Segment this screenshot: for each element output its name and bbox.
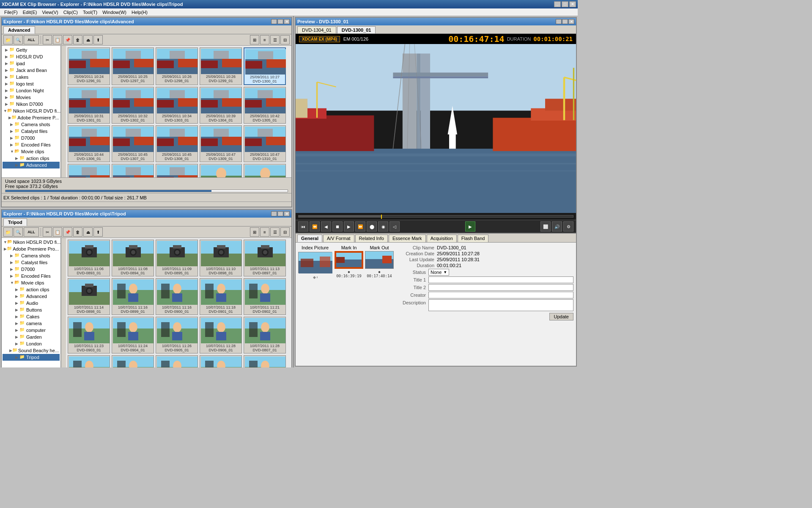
tree-item-ipad[interactable]: ▶📁ipad bbox=[3, 60, 60, 67]
menu-view[interactable]: View(V) bbox=[39, 9, 60, 15]
tb-copy-icon[interactable]: 📋 bbox=[53, 35, 62, 44]
tb-upload-icon[interactable]: ⬆ bbox=[93, 35, 103, 44]
tb2-search-icon[interactable]: 🔍 bbox=[14, 227, 23, 237]
thumb-item[interactable]: 10/07/2011 11:26 DVD-0905_01 bbox=[156, 317, 198, 353]
tb-paste-icon[interactable]: 📌 bbox=[63, 35, 72, 44]
thumb-item[interactable]: 10/07/2011 11:18 DVD-0901_01 bbox=[200, 278, 242, 315]
thumb-item[interactable]: 25/09/2011 10:44 DVD-1306_01 bbox=[68, 125, 110, 162]
tb-cut-icon[interactable]: ✂ bbox=[43, 35, 52, 44]
creator-input[interactable] bbox=[428, 292, 573, 298]
tree2-item-d7000[interactable]: ▶📁D7000 bbox=[3, 266, 60, 273]
btn-stop[interactable]: ⏹ bbox=[332, 221, 343, 232]
tree-item-camera-shots[interactable]: ▶📁Camera shots bbox=[3, 121, 60, 128]
title2-input[interactable] bbox=[428, 284, 573, 291]
tree2-item-garden[interactable]: ▶📁Garden bbox=[3, 334, 60, 340]
tb2-all-btn[interactable]: ALL bbox=[24, 227, 39, 237]
thumb-item[interactable]: 10/07/2011 11:34 DVD-0910_01 bbox=[156, 355, 198, 367]
thumb-item[interactable]: 10/07/2011 11:08 DVD-0894_01 bbox=[112, 240, 154, 276]
maximize-btn[interactable]: □ bbox=[562, 1, 568, 7]
menu-clip[interactable]: Clip(C) bbox=[61, 9, 80, 15]
tree-item-encoded[interactable]: ▶📁Encoded Files bbox=[3, 141, 60, 148]
tree-item-london[interactable]: ▶📁London Night bbox=[3, 87, 60, 94]
thumb-item[interactable]: 25/09/2011 10:31 DVD-1301_01 bbox=[68, 87, 110, 124]
tree-item-logo[interactable]: ▶📁logo test bbox=[3, 80, 60, 87]
tree-item-action[interactable]: ▶📁action clips bbox=[3, 155, 60, 162]
preview-tab-1304[interactable]: DVD-1304_01 bbox=[297, 26, 336, 33]
tb2-view1-icon[interactable]: ⊞ bbox=[250, 227, 259, 237]
thumb-item[interactable]: 25/09/2011 10:32 DVD-1302_01 bbox=[112, 87, 154, 124]
explorer-bottom-close[interactable]: ✕ bbox=[284, 211, 290, 216]
info-tab-related[interactable]: Related Info bbox=[355, 235, 388, 242]
horiz-scroll-top[interactable] bbox=[2, 202, 291, 207]
info-tab-essence[interactable]: Essence Mark bbox=[389, 235, 426, 242]
tree2-item-london[interactable]: ▶📁London bbox=[3, 340, 60, 347]
tb2-upload-icon[interactable]: ⬆ bbox=[93, 227, 103, 237]
tb2-folder-icon[interactable]: 📁 bbox=[3, 227, 13, 237]
tb2-view4-icon[interactable]: ⊟ bbox=[280, 227, 290, 237]
tb-eject-icon[interactable]: ⏏ bbox=[83, 35, 93, 44]
thumb-item[interactable]: 10/07/2011 11:06 DVD-0893_01 bbox=[68, 240, 110, 276]
thumb-item[interactable]: 10/07/2011 11:36 DVD-0912_01 bbox=[244, 355, 286, 367]
tree2-item-adobe[interactable]: ▶📁Adobe Premiere Pro... bbox=[3, 246, 60, 252]
thumb-item[interactable]: 10/07/2011 11:10 DVD-0898_01 bbox=[200, 240, 242, 276]
thumb-item[interactable]: 10/07/2011 11:13 DVD-0897_01 bbox=[244, 240, 286, 276]
thumb-item[interactable]: 25/09/2011 10:45 DVD-1308_01 bbox=[156, 125, 198, 162]
timeline-area[interactable] bbox=[296, 213, 576, 220]
thumb-item[interactable]: 10/07/2011 11:16 DVD-0899_01 bbox=[112, 278, 154, 315]
menu-tool[interactable]: Tool(T) bbox=[80, 9, 100, 15]
thumb-item[interactable]: 25/09/2011 10:24 DVD-1296_01 bbox=[68, 47, 110, 85]
thumb-item[interactable]: 25/09/2011 10:26 DVD-1298_01 bbox=[156, 47, 198, 85]
preview-maximize[interactable]: □ bbox=[562, 19, 568, 24]
explorer-bottom-maximize[interactable]: □ bbox=[277, 211, 283, 216]
thumb-item[interactable]: 10/07/2011 11:14 DVD-0898_01 bbox=[68, 278, 110, 315]
update-button[interactable]: Update bbox=[549, 313, 573, 320]
btn-play-rev[interactable]: ◀ bbox=[321, 221, 331, 232]
thumb-item[interactable]: 25/09/2011 10:47 DVD-1310_01 bbox=[244, 125, 286, 162]
tree-item-jack[interactable]: ▶📁Jack and Bean bbox=[3, 67, 60, 74]
status-dropdown[interactable]: None ▼ bbox=[428, 269, 449, 276]
btn-play-green[interactable]: ▶ bbox=[465, 221, 475, 232]
tab-advanced[interactable]: Advanced bbox=[3, 26, 35, 34]
timeline-track[interactable] bbox=[298, 215, 573, 218]
btn-play[interactable]: ▶ bbox=[344, 221, 354, 232]
tree2-item-camera[interactable]: ▶📁Camera shots bbox=[3, 252, 60, 259]
tree2-item-nikon[interactable]: ▼📂Nikon HDSLR DVD fi... bbox=[3, 239, 60, 246]
tree-item-d7000[interactable]: ▶📁D7000 bbox=[3, 135, 60, 141]
thumb-item[interactable]: 25/09/2011 10:49 DVD-1311_01 bbox=[68, 164, 110, 177]
btn-mark-in[interactable]: ⬤ bbox=[367, 221, 377, 232]
tree-item-movies[interactable]: ▶📁Movies bbox=[3, 94, 60, 101]
tb2-delete-icon[interactable]: 🗑 bbox=[73, 227, 82, 237]
tree-item-hdslr[interactable]: ▶📁HDSLR DVD bbox=[3, 53, 60, 60]
tree2-item-encoded[interactable]: ▶📁Encoded Files bbox=[3, 273, 60, 279]
btn-prev-frame[interactable]: ⏪ bbox=[310, 221, 320, 232]
tree-item-getty[interactable]: ▶📁Getty bbox=[3, 47, 60, 53]
explorer-top-close[interactable]: ✕ bbox=[284, 19, 290, 24]
menu-file[interactable]: File(F) bbox=[2, 9, 20, 15]
thumb-item[interactable]: 10/07/2011 11:31 DVD-0909_01 bbox=[112, 355, 154, 367]
menu-window[interactable]: Window(W) bbox=[100, 9, 129, 15]
thumb-item[interactable]: 25/09/2011 10:54 DVD-1313_01 bbox=[156, 164, 198, 177]
explorer-top-minimize[interactable]: _ bbox=[271, 19, 277, 24]
thumb-item[interactable]: 10/07/2011 11:28 DVD-0807_01 bbox=[244, 317, 286, 353]
tb-view4-icon[interactable]: ⊟ bbox=[280, 35, 290, 44]
tree2-item-action[interactable]: ▶📁action clips bbox=[3, 286, 60, 293]
tb-view2-icon[interactable]: ≡ bbox=[260, 35, 269, 44]
tree2-item-audio[interactable]: ▶📁Audio bbox=[3, 300, 60, 306]
title1-input[interactable] bbox=[428, 276, 573, 283]
thumb-item[interactable]: 10/07/2011 11:23 DVD-0903_01 bbox=[68, 317, 110, 353]
btn-volume[interactable]: 🔊 bbox=[552, 221, 562, 232]
tb2-view2-icon[interactable]: ≡ bbox=[260, 227, 269, 237]
thumb-item[interactable]: 25/09/2011 10:56 DVD-1314_01 bbox=[200, 164, 242, 177]
thumb-item[interactable]: 25/09/2011 10:27 DVD-1300_01 bbox=[244, 47, 286, 85]
tree2-item-computer[interactable]: ▶📁computer bbox=[3, 327, 60, 334]
thumb-item[interactable]: 10/07/2011 11:16 DVD-0900_01 bbox=[156, 278, 198, 315]
tree2-item-movieclips[interactable]: ▼📂Movie clips bbox=[3, 279, 60, 286]
thumb-item[interactable]: 25/09/2011 10:47 DVD-1309_01 bbox=[200, 125, 242, 162]
tree2-item-sound[interactable]: ▶📁Sound Beachy he... bbox=[3, 347, 60, 354]
btn-next-frame[interactable]: ⏩ bbox=[355, 221, 365, 232]
thumb-item[interactable]: 10/07/2011 11:24 DVD-0904_01 bbox=[112, 317, 154, 353]
thumb-item[interactable]: 10/07/2011 11:09 DVD-0895_01 bbox=[156, 240, 198, 276]
tree-item-adobe[interactable]: ▶📁Adobe Premiere P... bbox=[3, 114, 60, 121]
tree2-scrollbar[interactable] bbox=[61, 238, 66, 367]
tree2-item-cakes[interactable]: ▶📁Cakes bbox=[3, 313, 60, 320]
